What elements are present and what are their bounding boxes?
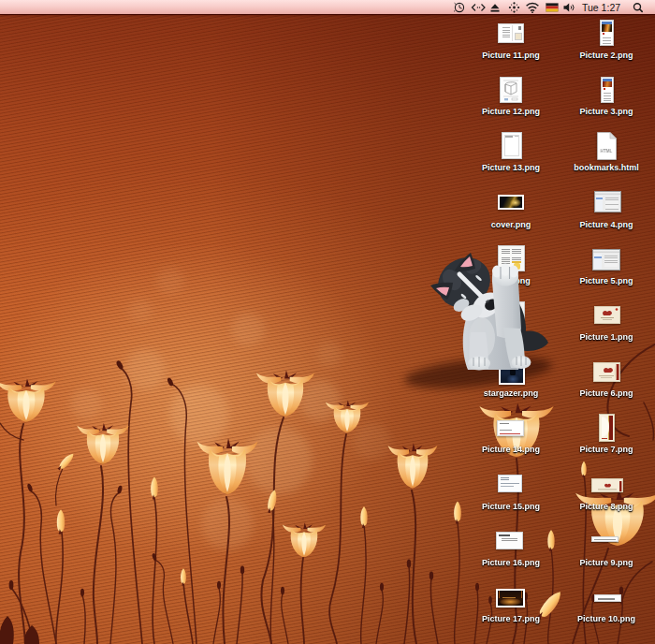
svg-text:HTML: HTML — [601, 149, 613, 154]
